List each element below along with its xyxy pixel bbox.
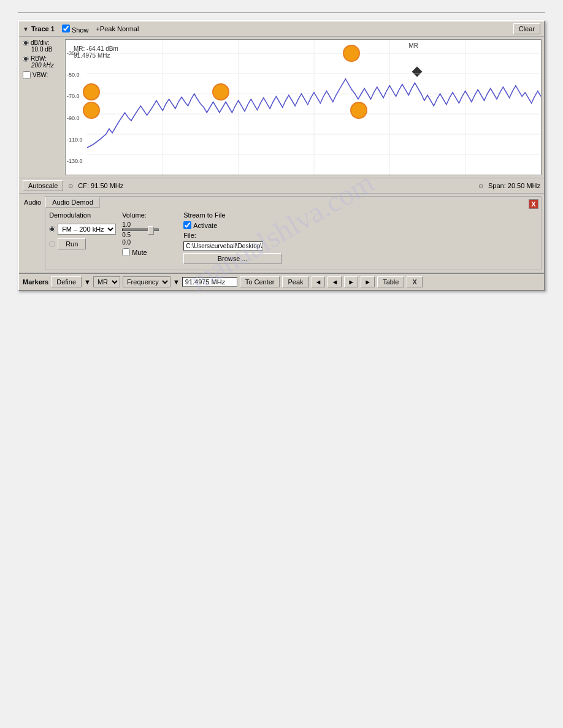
cf-dial-icon: ⊙ xyxy=(68,183,73,189)
vbw-row: VBW: xyxy=(23,71,61,79)
cf-value: CF: 91.50 MHz xyxy=(78,182,473,189)
callout-3 xyxy=(212,83,229,100)
audio-content: Demodulation FM – 200 kHz AM USB LSB xyxy=(45,208,541,268)
show-checkbox-label: Show xyxy=(62,25,89,34)
freq-select-arrow: ▼ xyxy=(173,278,180,286)
callout-4 xyxy=(343,45,360,62)
close-button[interactable]: X xyxy=(529,199,538,209)
callout-1 xyxy=(83,83,100,100)
show-checkbox[interactable] xyxy=(62,25,70,32)
volume-slider-wrapper: 1.0 0.5 0.0 xyxy=(122,221,159,246)
vbw-checkbox[interactable] xyxy=(23,71,31,79)
volume-title: Volume: xyxy=(122,211,147,219)
audio-panel: Audio Demod Demodulation FM – 200 kHz AM… xyxy=(45,196,542,270)
trace-dropdown-arrow[interactable]: ▼ xyxy=(23,26,29,32)
db-div-label: dB/div: xyxy=(31,39,50,46)
y-label-3: -70.0 xyxy=(67,93,83,99)
y-label-5: -110.0 xyxy=(67,137,83,143)
db-div-item: dB/div: 10.0 dB xyxy=(23,39,61,53)
demod-title: Demodulation xyxy=(49,211,116,219)
file-label: File: xyxy=(183,232,196,239)
activate-label: Activate xyxy=(193,222,217,229)
peak-button[interactable]: Peak xyxy=(282,276,308,287)
span-dial-icon: ⊙ xyxy=(478,183,483,189)
file-label-row: File: xyxy=(183,232,282,239)
x-button[interactable]: X xyxy=(407,276,422,287)
volume-slider-track[interactable] xyxy=(122,229,159,231)
vbw-label: VBW: xyxy=(33,72,48,78)
trace-bar-left: ▼ Trace 1 Show +Peak Normal xyxy=(23,25,508,34)
rbw-row: RBW: xyxy=(23,55,61,62)
rbw-item: RBW: 200 kHz xyxy=(23,55,61,69)
trace-bar: ▼ Trace 1 Show +Peak Normal Clear xyxy=(19,21,544,37)
volume-slider-thumb[interactable] xyxy=(148,226,154,235)
autoscale-button[interactable]: Autoscale xyxy=(23,180,63,191)
nav-prev-button[interactable]: ◄ xyxy=(327,276,342,287)
spectrum-app: ▼ Trace 1 Show +Peak Normal Clear dB/div… xyxy=(18,20,545,291)
mute-checkbox[interactable] xyxy=(122,248,130,256)
demod-radio[interactable] xyxy=(49,226,55,232)
spectrum-canvas: -30.0 -50.0 -70.0 -90.0 -110.0 -130.0 MR… xyxy=(65,39,542,175)
left-panel: dB/div: 10.0 dB RBW: 200 kHz VBW: xyxy=(19,37,65,178)
to-center-button[interactable]: To Center xyxy=(240,276,280,287)
volume-section: Volume: 1.0 0.5 0.0 Mute xyxy=(122,211,177,264)
db-div-radio[interactable] xyxy=(23,40,29,46)
show-label: Show xyxy=(72,26,89,34)
trace-label: Trace 1 xyxy=(31,25,55,32)
markers-select[interactable]: MR xyxy=(93,276,120,287)
db-div-row: dB/div: xyxy=(23,39,61,46)
stream-section: Stream to File Activate File: C:\Users\c… xyxy=(183,211,282,264)
table-button[interactable]: Table xyxy=(377,276,404,287)
activate-row: Activate xyxy=(183,221,282,229)
y-label-4: -90.0 xyxy=(67,115,83,121)
spectrum-trace xyxy=(87,40,541,175)
define-button[interactable]: Define xyxy=(51,276,82,287)
nav-prev-prev-button[interactable]: ◄ xyxy=(312,276,326,287)
peak-normal-label: +Peak Normal xyxy=(96,25,139,32)
demod-row: FM – 200 kHz AM USB LSB xyxy=(49,224,116,235)
y-axis-labels: -30.0 -50.0 -70.0 -90.0 -110.0 -130.0 xyxy=(67,40,83,175)
frequency-select[interactable]: Frequency xyxy=(123,276,170,287)
markers-label: Markers xyxy=(23,278,48,286)
callout-5 xyxy=(350,102,367,119)
audio-section: Audio Audio Demod Demodulation FM – 200 … xyxy=(19,193,544,273)
frequency-input[interactable] xyxy=(182,277,237,287)
browse-button[interactable]: Browse ... xyxy=(183,253,282,264)
cf-span-bar: Autoscale ⊙ CF: 91.50 MHz ⊙ Span: 20.50 … xyxy=(19,178,544,193)
vol-high: 1.0 xyxy=(122,221,131,228)
vbw-item: VBW: xyxy=(23,71,61,79)
top-divider xyxy=(18,12,545,13)
demod-select[interactable]: FM – 200 kHz AM USB LSB xyxy=(58,224,116,235)
span-value: Span: 20.50 MHz xyxy=(488,182,540,189)
mute-label: Mute xyxy=(132,249,147,256)
rbw-label: RBW: xyxy=(31,55,47,62)
activate-checkbox[interactable] xyxy=(183,221,191,229)
marker-dropdown-arrow: ▼ xyxy=(84,278,91,286)
vol-mid: 0.5 xyxy=(122,232,131,238)
stream-title: Stream to File xyxy=(183,211,282,219)
run-row: Run xyxy=(49,238,116,249)
clear-button[interactable]: Clear xyxy=(513,23,540,34)
vol-low: 0.0 xyxy=(122,239,131,246)
rbw-radio[interactable] xyxy=(23,56,29,62)
run-button[interactable]: Run xyxy=(58,238,86,249)
rbw-value: 200 kHz xyxy=(23,62,61,69)
run-radio[interactable] xyxy=(49,241,55,247)
nav-next-button[interactable]: ► xyxy=(344,276,358,287)
y-label-2: -50.0 xyxy=(67,72,83,78)
y-label-1: -30.0 xyxy=(67,50,83,56)
markers-bar: Markers Define ▼ MR Frequency ▼ To Cente… xyxy=(19,273,544,290)
audio-label: Audio xyxy=(21,196,45,270)
demod-section: Demodulation FM – 200 kHz AM USB LSB xyxy=(49,211,116,264)
y-label-6: -130.0 xyxy=(67,158,83,164)
callout-2 xyxy=(83,102,100,119)
db-div-value: 10.0 dB xyxy=(23,46,61,53)
audio-demod-tab[interactable]: Audio Demod xyxy=(45,197,100,208)
mute-row: Mute xyxy=(122,248,147,256)
nav-next-next-button[interactable]: ► xyxy=(361,276,375,287)
file-path-display: C:\Users\curveball\Desktop\Xiao Li's Dat xyxy=(183,241,263,251)
